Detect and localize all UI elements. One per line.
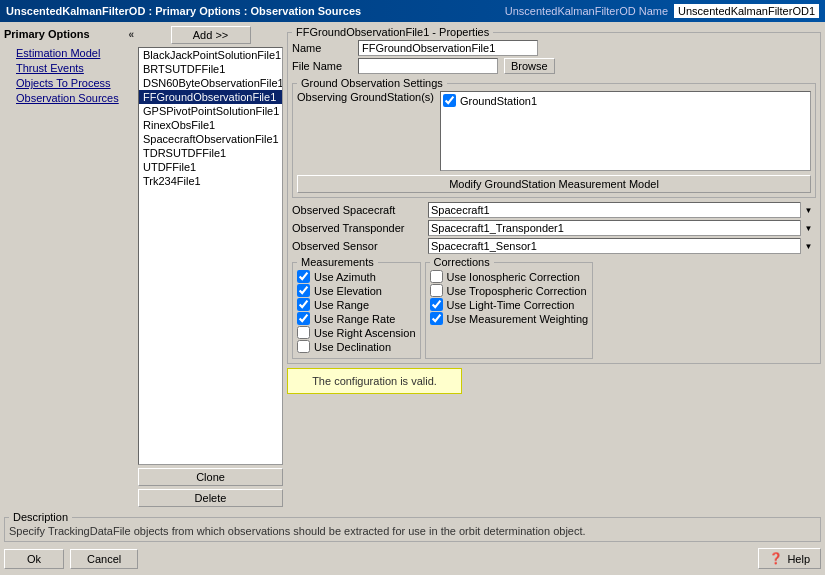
meas-elevation-row: Use Elevation	[297, 284, 416, 297]
list-item[interactable]: DSN60ByteObservationFile1	[139, 76, 282, 90]
list-item[interactable]: GPSPivotPointSolutionFile1	[139, 104, 282, 118]
meas-range-label: Use Range	[314, 299, 369, 311]
browse-button[interactable]: Browse	[504, 58, 555, 74]
nav-item-thrust[interactable]: Thrust Events	[14, 61, 134, 75]
list-item-selected[interactable]: FFGroundObservationFile1	[139, 90, 282, 104]
spacecraft-row: Observed Spacecraft Spacecraft1 ▼	[292, 202, 816, 218]
cancel-button[interactable]: Cancel	[70, 549, 138, 569]
corrections-group: Corrections Use Ionospheric Correction U…	[425, 256, 594, 359]
meas-rangerate-row: Use Range Rate	[297, 312, 416, 325]
ground-obs-legend: Ground Observation Settings	[297, 77, 447, 89]
sensor-row: Observed Sensor Spacecraft1_Sensor1 ▼	[292, 238, 816, 254]
filename-label: File Name	[292, 60, 352, 72]
list-item[interactable]: Trk234File1	[139, 174, 282, 188]
list-item[interactable]: SpacecraftObservationFile1	[139, 132, 282, 146]
description-legend: Description	[9, 511, 72, 523]
modify-button[interactable]: Modify GroundStation Measurement Model	[297, 175, 811, 193]
meas-ra-label: Use Right Ascension	[314, 327, 416, 339]
add-button[interactable]: Add >>	[171, 26, 251, 44]
collapse-icon[interactable]: «	[128, 29, 134, 40]
spacecraft-dropdown-wrapper: Spacecraft1 ▼	[428, 202, 816, 218]
corr-lighttime-label: Use Light-Time Correction	[447, 299, 575, 311]
corr-iono-checkbox[interactable]	[430, 270, 443, 283]
right-panel: FFGroundObservationFile1 - Properties Na…	[287, 26, 821, 507]
corr-lighttime-row: Use Light-Time Correction	[430, 298, 589, 311]
main-container: Primary Options « Estimation Model Thrus…	[0, 22, 825, 575]
name-label: UnscentedKalmanFilterOD Name	[505, 5, 668, 17]
help-button[interactable]: ❓ Help	[758, 548, 821, 569]
spacecraft-select[interactable]: Spacecraft1	[428, 202, 816, 218]
transponder-select[interactable]: Spacecraft1_Transponder1	[428, 220, 816, 236]
meas-range-row: Use Range	[297, 298, 416, 311]
spacecraft-label: Observed Spacecraft	[292, 204, 422, 216]
primary-options-label: Primary Options	[4, 28, 90, 40]
nav-item-estimation[interactable]: Estimation Model	[14, 46, 134, 60]
nav-item-objects[interactable]: Objects To Process	[14, 76, 134, 90]
list-item[interactable]: RinexObsFile1	[139, 118, 282, 132]
clone-button[interactable]: Clone	[138, 468, 283, 486]
transponder-label: Observed Transponder	[292, 222, 422, 234]
corr-tropo-row: Use Tropospheric Correction	[430, 284, 589, 297]
meas-azimuth-label: Use Azimuth	[314, 271, 376, 283]
help-icon: ❓	[769, 552, 783, 565]
meas-rangerate-checkbox[interactable]	[297, 312, 310, 325]
gs-name: GroundStation1	[460, 95, 537, 107]
ok-button[interactable]: Ok	[4, 549, 64, 569]
corr-tropo-checkbox[interactable]	[430, 284, 443, 297]
sensor-select[interactable]: Spacecraft1_Sensor1	[428, 238, 816, 254]
corr-weighting-label: Use Measurement Weighting	[447, 313, 589, 325]
ground-stations-list: GroundStation1	[440, 91, 811, 171]
meas-azimuth-checkbox[interactable]	[297, 270, 310, 283]
delete-button[interactable]: Delete	[138, 489, 283, 507]
list-item[interactable]: TDRSUTDFFile1	[139, 146, 282, 160]
top-area: Primary Options « Estimation Model Thrus…	[4, 26, 821, 507]
meas-rangerate-label: Use Range Rate	[314, 313, 395, 325]
gs-item: GroundStation1	[443, 94, 808, 107]
meas-elevation-label: Use Elevation	[314, 285, 382, 297]
measurements-legend: Measurements	[297, 256, 378, 268]
ok-cancel-group: Ok Cancel	[4, 549, 138, 569]
primary-options-header: Primary Options «	[4, 26, 134, 42]
nav-items: Estimation Model Thrust Events Objects T…	[4, 46, 134, 105]
gs-checkbox[interactable]	[443, 94, 456, 107]
meas-dec-checkbox[interactable]	[297, 340, 310, 353]
meas-dec-label: Use Declination	[314, 341, 391, 353]
corr-lighttime-checkbox[interactable]	[430, 298, 443, 311]
meas-ra-checkbox[interactable]	[297, 326, 310, 339]
measurements-group: Measurements Use Azimuth Use Elevation U…	[292, 256, 421, 359]
corrections-legend: Corrections	[430, 256, 494, 268]
filename-input[interactable]	[358, 58, 498, 74]
file-list[interactable]: BlackJackPointSolutionFile1 BRTSUTDFFile…	[138, 47, 283, 465]
ground-stations-row: Observing GroundStation(s) GroundStation…	[297, 91, 811, 171]
meas-ra-row: Use Right Ascension	[297, 326, 416, 339]
properties-legend: FFGroundObservationFile1 - Properties	[292, 26, 493, 38]
corr-tropo-label: Use Tropospheric Correction	[447, 285, 587, 297]
nav-item-observation[interactable]: Observation Sources	[14, 91, 134, 105]
valid-panel: The configuration is valid.	[287, 368, 462, 394]
description-group: Description Specify TrackingDataFile obj…	[4, 511, 821, 542]
description-text: Specify TrackingDataFile objects from wh…	[9, 525, 586, 537]
sensor-label: Observed Sensor	[292, 240, 422, 252]
sensor-dropdown-wrapper: Spacecraft1_Sensor1 ▼	[428, 238, 816, 254]
meas-range-checkbox[interactable]	[297, 298, 310, 311]
window-title: UnscentedKalmanFilterOD : Primary Option…	[6, 5, 361, 17]
help-label: Help	[787, 553, 810, 565]
meas-elevation-checkbox[interactable]	[297, 284, 310, 297]
corr-weighting-checkbox[interactable]	[430, 312, 443, 325]
list-item[interactable]: BlackJackPointSolutionFile1	[139, 48, 282, 62]
valid-message: The configuration is valid.	[312, 375, 437, 387]
middle-panel: Add >> BlackJackPointSolutionFile1 BRTSU…	[138, 26, 283, 507]
list-item[interactable]: UTDFFile1	[139, 160, 282, 174]
filename-row: File Name Browse	[292, 58, 816, 74]
name-input[interactable]	[358, 40, 538, 56]
name-field-label: Name	[292, 42, 352, 54]
bottom-row: Measurements Use Azimuth Use Elevation U…	[292, 256, 816, 359]
properties-group: FFGroundObservationFile1 - Properties Na…	[287, 26, 821, 364]
ground-obs-group: Ground Observation Settings Observing Gr…	[292, 77, 816, 198]
transponder-row: Observed Transponder Spacecraft1_Transpo…	[292, 220, 816, 236]
meas-dec-row: Use Declination	[297, 340, 416, 353]
title-bar-right: UnscentedKalmanFilterOD Name UnscentedKa…	[505, 4, 819, 18]
title-bar: UnscentedKalmanFilterOD : Primary Option…	[0, 0, 825, 22]
observing-label: Observing GroundStation(s)	[297, 91, 434, 103]
list-item[interactable]: BRTSUTDFFile1	[139, 62, 282, 76]
